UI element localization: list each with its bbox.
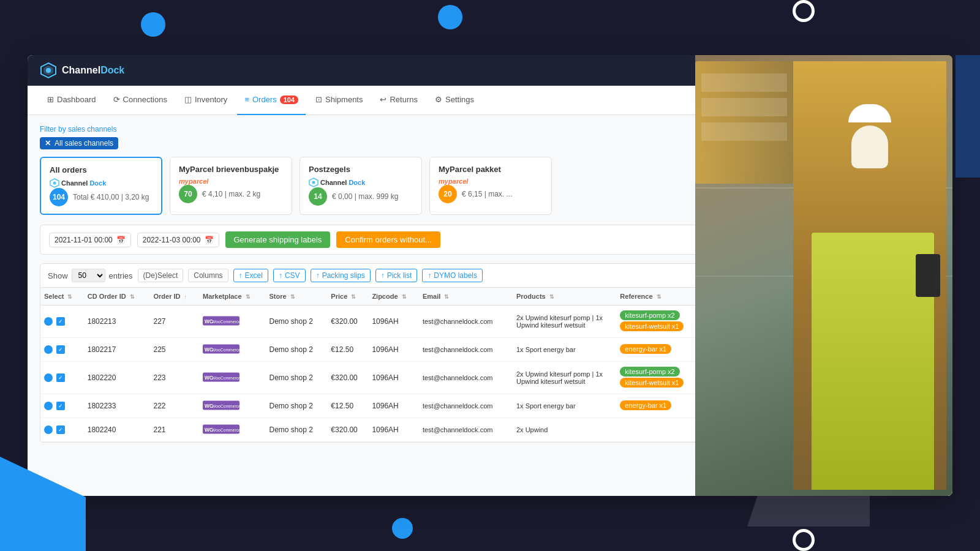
- confirm-orders-button[interactable]: Confirm orders without...: [336, 231, 440, 248]
- nav-settings[interactable]: ⚙ Settings: [428, 86, 481, 115]
- date-to[interactable]: 2022-11-03 00:00 📅: [137, 233, 219, 247]
- dymo-label: DYMO labels: [434, 271, 477, 280]
- filter-close-icon[interactable]: ✕: [45, 139, 51, 148]
- geo-right-strip: [956, 55, 980, 178]
- connections-icon: ⟳: [113, 95, 120, 104]
- sort-store: ⇅: [290, 294, 295, 300]
- card-title-postzegels: Postzegels: [309, 165, 413, 174]
- check-btn[interactable]: ✓: [56, 317, 65, 326]
- nav-shipments[interactable]: ⊡ Shipments: [308, 86, 370, 115]
- picklist-icon: ↑: [381, 271, 385, 280]
- nav-orders[interactable]: ≡ Orders 104: [237, 86, 306, 115]
- filter-tag-label: All sales channels: [55, 139, 113, 148]
- dashboard-icon: ⊞: [47, 95, 54, 104]
- cd-order-id-2: 1802220: [84, 362, 150, 394]
- channeldock-logo-2: ChannelDock: [309, 178, 413, 187]
- count-badge-brievenbus: 70: [179, 185, 197, 203]
- check-btn[interactable]: ✓: [56, 345, 65, 354]
- nav-connections[interactable]: ⟳ Connections: [106, 86, 175, 115]
- radio-btn[interactable]: [44, 402, 53, 410]
- price-3: €12.50: [327, 394, 368, 418]
- order-id-1: 225: [149, 338, 199, 362]
- store-4: Demo shop 2: [265, 418, 327, 442]
- radio-btn[interactable]: [44, 345, 53, 354]
- settings-icon: ⚙: [435, 95, 442, 104]
- products-0: 2x Upwind kitesurf pomp | 1x Upwind kite…: [513, 305, 616, 338]
- orders-badge: 104: [280, 96, 298, 104]
- deco-circle-1: [141, 12, 165, 37]
- col-cd-label: CD Order ID: [88, 293, 126, 300]
- order-id-2: 223: [149, 362, 199, 394]
- logo: ChannelDock: [40, 62, 124, 79]
- nav-inventory[interactable]: ◫ Inventory: [177, 86, 235, 115]
- check-btn[interactable]: ✓: [56, 425, 65, 434]
- zipcode-4: 1096AH: [368, 418, 419, 442]
- radio-btn[interactable]: [44, 425, 53, 434]
- card-bottom-brievenbus: 70 € 4,10 | max. 2 kg: [179, 185, 283, 203]
- col-select: Select ⇅: [40, 288, 84, 305]
- columns-button[interactable]: Columns: [188, 269, 228, 282]
- order-card-postzegels[interactable]: Postzegels ChannelDock 14 € 0,00 | max. …: [300, 157, 422, 215]
- row-select-4[interactable]: ✓: [40, 418, 84, 442]
- filter-tag[interactable]: ✕ All sales channels: [40, 137, 118, 149]
- sort-order: ↑: [184, 294, 187, 300]
- svg-text:WooCommerce: WooCommerce: [212, 428, 239, 432]
- excel-button[interactable]: ↑ Excel: [233, 269, 268, 282]
- row-select-3[interactable]: ✓: [40, 394, 84, 418]
- pick-list-button[interactable]: ↑ Pick list: [375, 269, 418, 282]
- packing-label: Packing slips: [322, 271, 365, 280]
- row-select-0[interactable]: ✓: [40, 305, 84, 338]
- card-bottom-all: 104 Total € 410,00 | 3,20 kg: [50, 188, 153, 206]
- radio-btn[interactable]: [44, 317, 53, 326]
- packing-slips-button[interactable]: ↑ Packing slips: [311, 269, 371, 282]
- nav-dashboard[interactable]: ⊞ Dashboard: [40, 86, 104, 115]
- logo-text: ChannelDock: [62, 65, 124, 76]
- check-btn[interactable]: ✓: [56, 402, 65, 410]
- col-order-id: Order ID ↑: [149, 288, 199, 305]
- order-card-all[interactable]: All orders ChannelDock 104 Total € 410,0…: [40, 157, 162, 215]
- woocommerce-icon: WC WooCommerce: [203, 371, 239, 383]
- woocommerce-icon: WC WooCommerce: [203, 423, 239, 435]
- myparcel-logo-1: myparcel: [179, 178, 283, 185]
- col-email-label: Email: [423, 293, 440, 300]
- email-1: test@channeldock.com: [419, 338, 513, 362]
- nav-shipments-label: Shipments: [325, 95, 363, 104]
- shipments-icon: ⊡: [315, 95, 322, 104]
- check-btn[interactable]: ✓: [56, 373, 65, 382]
- nav-settings-label: Settings: [445, 95, 474, 104]
- order-id-3: 222: [149, 394, 199, 418]
- entries-select[interactable]: 50 25 100: [72, 269, 105, 282]
- marketplace-2: WC WooCommerce: [199, 362, 265, 394]
- csv-button[interactable]: ↑ CSV: [273, 269, 306, 282]
- show-entries: Show 50 25 100 entries: [48, 269, 133, 282]
- sort-zipcode: ⇅: [402, 294, 407, 300]
- reference-4: [616, 418, 702, 442]
- calendar-from-icon: 📅: [116, 236, 126, 244]
- deselect-button[interactable]: (De)Select: [138, 269, 184, 282]
- sort-email: ⇅: [444, 294, 449, 300]
- order-card-myparcel-brievenbus[interactable]: MyParcel brievenbuspakje myparcel 70 € 4…: [170, 157, 292, 215]
- row-select-1[interactable]: ✓: [40, 338, 84, 362]
- marketplace-1: WC WooCommerce: [199, 338, 265, 362]
- excel-icon: ↑: [239, 271, 243, 280]
- price-4: €320.00: [327, 418, 368, 442]
- card-info-postzegels: € 0,00 | max. 999 kg: [332, 192, 399, 201]
- dymo-labels-button[interactable]: ↑ DYMO labels: [422, 269, 483, 282]
- cd-order-id-4: 1802240: [84, 418, 150, 442]
- cd-order-id-1: 1802217: [84, 338, 150, 362]
- svg-point-6: [312, 181, 315, 184]
- generate-labels-button[interactable]: Generate shipping labels: [225, 231, 331, 248]
- products-3: 1x Sport energy bar: [513, 394, 616, 418]
- row-select-2[interactable]: ✓: [40, 362, 84, 394]
- order-card-myparcel-pakket[interactable]: MyParcel pakket myparcel 20 € 6,15 | max…: [429, 157, 552, 215]
- reference-2: kitesurf-pomp x2kitesurf-wetsuit x1: [616, 362, 702, 394]
- reference-3: energy-bar x1: [616, 394, 702, 418]
- nav-returns[interactable]: ↩ Returns: [372, 86, 425, 115]
- date-from[interactable]: 2021-11-01 00:00 📅: [49, 233, 131, 247]
- reference-tag: kitesurf-wetsuit x1: [620, 378, 684, 388]
- radio-btn[interactable]: [44, 373, 53, 382]
- order-id-0: 227: [149, 305, 199, 338]
- deco-circle-4: [392, 518, 413, 539]
- marketplace-0: WC WooCommerce: [199, 305, 265, 338]
- count-badge-pakket: 20: [439, 185, 457, 203]
